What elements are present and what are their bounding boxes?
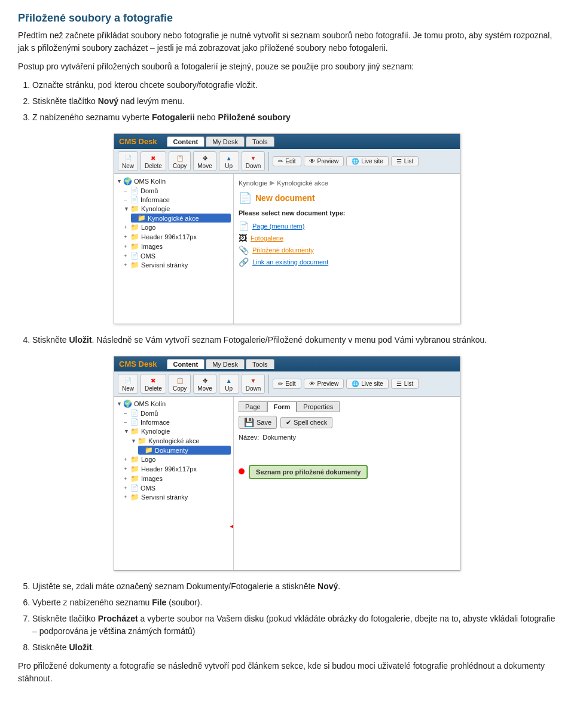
- red-dot: [239, 468, 245, 474]
- tab-form[interactable]: Form: [267, 401, 297, 412]
- tab-content-1[interactable]: Content: [167, 136, 205, 147]
- tree-item-kynakce2[interactable]: ▼ 📁 Kynologické akce: [131, 436, 231, 446]
- tree-item-logo[interactable]: + 📁 Logo: [124, 223, 231, 232]
- toolbar-sep-1: [268, 152, 269, 171]
- form-actions: 💾 Save ✔ Spell check: [239, 416, 455, 429]
- steps-list-2: Stiskněte Uložit. Následně se Vám vytvoř…: [32, 334, 556, 346]
- tree-item-oms[interactable]: + 📄 OMS: [124, 251, 231, 260]
- livesite-icon-2: 🌐: [352, 380, 359, 387]
- step-7: Stiskněte tlačítko Procházet a vyberte s…: [32, 613, 556, 638]
- cms-content-2: Page Form Properties 💾 Save ✔ Spell chec…: [234, 397, 460, 570]
- doctype-page[interactable]: 📄 Page (menu item): [239, 220, 455, 232]
- tree-indent-1: – 📄 Domů – 📄 Informace ▼ 📁 Kynologie: [124, 186, 231, 270]
- tree-item-header2[interactable]: + 📁 Header 996x117px: [124, 464, 231, 474]
- tab-mydesk-1[interactable]: My Desk: [206, 136, 245, 147]
- btn-edit-1[interactable]: ✏ Edit: [273, 156, 301, 166]
- cms-tree-2: ▼ 🌍 OMS Kolín – 📄 Domů – 📄 Informace: [114, 397, 234, 570]
- footer-paragraph: Pro přiložené dokumenty a fotografie se …: [18, 660, 556, 685]
- tree-item-images[interactable]: + 📁 Images: [124, 242, 231, 251]
- btn-list-1[interactable]: ☰ List: [391, 156, 419, 166]
- spellcheck-icon: ✔: [286, 419, 291, 427]
- tree-item-header[interactable]: + 📁 Header 996x117px: [124, 232, 231, 242]
- tree-item-kynologie2[interactable]: ▼ 📁 Kynologie: [124, 427, 231, 436]
- globe-icon: 🌍: [123, 177, 132, 185]
- btn-down-2[interactable]: ▼ Down: [242, 374, 265, 394]
- move-icon-2: ✥: [199, 376, 211, 385]
- btn-copy-1[interactable]: 📋 Copy: [169, 151, 191, 171]
- btn-delete-2[interactable]: ✖ Delete: [141, 374, 166, 394]
- preview-icon-2: 👁: [309, 380, 315, 387]
- btn-new-1[interactable]: 📄 New: [118, 151, 138, 171]
- doctype-prilozone[interactable]: 📎 Přiložené dokumenty: [239, 244, 455, 256]
- tab-content-2[interactable]: Content: [167, 359, 205, 369]
- cms-header-2: CMS Desk Content My Desk Tools: [114, 357, 460, 371]
- btn-edit-2[interactable]: ✏ Edit: [273, 379, 301, 389]
- tree-item-oms2[interactable]: + 📄 OMS: [124, 483, 231, 492]
- btn-preview-2[interactable]: 👁 Preview: [304, 379, 344, 389]
- copy-icon-2: 📋: [174, 376, 186, 385]
- tab-mydesk-2[interactable]: My Desk: [206, 359, 245, 369]
- intro-paragraph-2: Postup pro vytváření přiložených souborů…: [18, 60, 556, 73]
- tree-indent-kynologie: – 📁 Kynologické akce: [131, 214, 231, 223]
- btn-new-2[interactable]: 📄 New: [118, 374, 138, 394]
- expand-icon: ▼: [117, 178, 121, 184]
- btn-delete-1[interactable]: ✖ Delete: [141, 151, 166, 171]
- spellcheck-button[interactable]: ✔ Spell check: [280, 417, 332, 428]
- btn-move-1[interactable]: ✥ Move: [193, 151, 216, 171]
- list-icon-2: ☰: [396, 380, 402, 387]
- tree-item-dokumenty[interactable]: – 📁 Dokumenty: [138, 446, 231, 455]
- seznam-container: Seznam pro přiložené dokumenty: [239, 453, 455, 479]
- btn-livesite-1[interactable]: 🌐 Live site: [346, 156, 389, 166]
- copy-icon-1: 📋: [174, 153, 186, 163]
- delete-icon-1: ✖: [147, 153, 159, 163]
- tree-item-informace[interactable]: – 📄 Informace: [124, 195, 231, 204]
- cms-logo-1: CMS Desk: [119, 137, 157, 146]
- select-type-label: Please select new document type:: [239, 209, 455, 217]
- step-5: Ujistěte se, zdali máte označený seznam …: [32, 580, 556, 593]
- arrow-annotation: ➤: [229, 520, 234, 534]
- btn-copy-2[interactable]: 📋 Copy: [169, 374, 191, 394]
- down-icon-1: ▼: [248, 153, 259, 163]
- btn-list-2[interactable]: ☰ List: [391, 379, 419, 389]
- tree-item-images2[interactable]: + 📁 Images: [124, 474, 231, 483]
- cms-tabs-1: Content My Desk Tools: [167, 136, 274, 147]
- cms-content-1: Kynologie ▶ Kynologické akce 📄 New docum…: [234, 174, 460, 324]
- tab-tools-2[interactable]: Tools: [246, 359, 274, 369]
- tab-properties[interactable]: Properties: [297, 401, 340, 412]
- btn-up-1[interactable]: ▲ Up: [219, 151, 239, 171]
- btn-move-2[interactable]: ✥ Move: [193, 374, 216, 394]
- tree-item-servisni2[interactable]: + 📁 Servisní stránky: [124, 492, 231, 502]
- step-8: Stiskněte Uložit.: [32, 641, 556, 654]
- save-button[interactable]: 💾 Save: [239, 416, 277, 429]
- tree-item-kynologie[interactable]: ▼ 📁 Kynologie: [124, 204, 231, 214]
- form-tabs: Page Form Properties: [239, 401, 455, 412]
- step-6: Vyberte z nabízeného seznamu File (soubo…: [32, 596, 556, 609]
- tree-item-omskoln[interactable]: ▼ 🌍 OMS Kolín: [117, 176, 231, 186]
- cms-body-2: ▼ 🌍 OMS Kolín – 📄 Domů – 📄 Informace: [114, 397, 460, 570]
- cms-logo-2: CMS Desk: [119, 360, 157, 368]
- doctype-fotogalerie[interactable]: 🖼 Fotogalerie: [239, 232, 455, 244]
- tree-item-informace2[interactable]: – 📄 Informace: [124, 418, 231, 427]
- doctype-link[interactable]: 🔗 Link an existing document: [239, 256, 455, 268]
- steps-list-3: Ujistěte se, zdali máte označený seznam …: [32, 580, 556, 654]
- screenshot-2: CMS Desk Content My Desk Tools 📄 New ✖ D…: [18, 356, 556, 571]
- preview-icon-1: 👁: [309, 158, 315, 165]
- tab-page[interactable]: Page: [239, 401, 267, 412]
- btn-down-1[interactable]: ▼ Down: [242, 151, 265, 171]
- btn-preview-1[interactable]: 👁 Preview: [304, 156, 344, 166]
- seznam-button[interactable]: Seznam pro přiložené dokumenty: [249, 465, 368, 479]
- tree-item-domu[interactable]: – 📄 Domů: [124, 186, 231, 195]
- step-1: Označte stránku, pod kterou chcete soubo…: [32, 79, 556, 92]
- tree-item-kynakce[interactable]: – 📁 Kynologické akce: [131, 214, 231, 223]
- tree-item-omskoln2[interactable]: ▼ 🌍 OMS Kolín: [117, 399, 231, 409]
- tree-item-servisni[interactable]: + 📁 Servisní stránky: [124, 260, 231, 270]
- cms-window-2: CMS Desk Content My Desk Tools 📄 New ✖ D…: [114, 356, 460, 571]
- tree-item-logo2[interactable]: + 📁 Logo: [124, 455, 231, 464]
- cms-body-1: ▼ 🌍 OMS Kolín – 📄 Domů – 📄 Informace: [114, 174, 460, 324]
- tree-item-domu2[interactable]: – 📄 Domů: [124, 409, 231, 418]
- up-icon-1: ▲: [223, 153, 235, 163]
- btn-up-2[interactable]: ▲ Up: [219, 374, 239, 394]
- btn-livesite-2[interactable]: 🌐 Live site: [346, 379, 389, 389]
- step-3: Z nabízeného seznamu vyberte Fotogalerii…: [32, 111, 556, 124]
- tab-tools-1[interactable]: Tools: [246, 136, 274, 147]
